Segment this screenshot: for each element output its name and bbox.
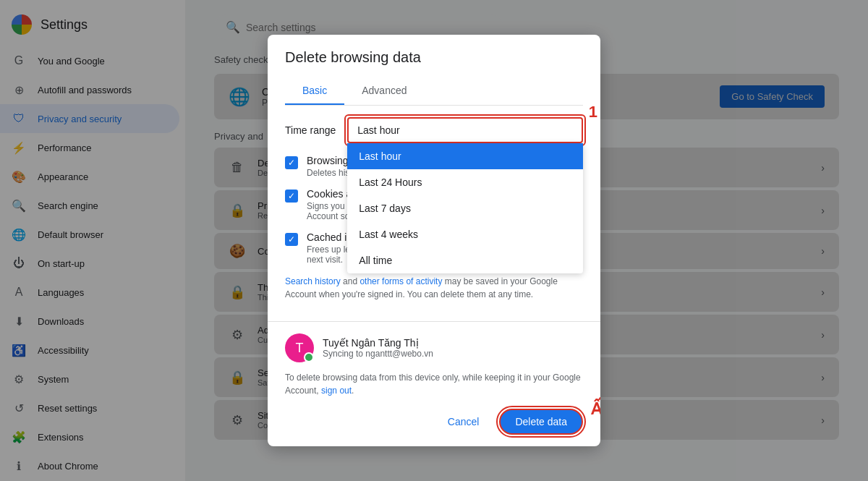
tab-basic[interactable]: Basic (285, 77, 344, 105)
dropdown-item-all-time[interactable]: All time (347, 247, 583, 273)
time-range-label: Time range (285, 124, 336, 136)
avatar-letter: T (296, 341, 304, 356)
dropdown-item-last-24[interactable]: Last 24 Hours (347, 169, 583, 195)
dropdown-item-last-hour[interactable]: Last hour (347, 143, 583, 169)
delete-browsing-data-modal: Delete browsing data Basic Advanced Time… (268, 35, 600, 446)
dropdown-item-last-4w[interactable]: Last 4 weeks (347, 221, 583, 247)
footer-profile: T Tuyết Ngân Tăng Thị Syncing to nganttt… (285, 333, 583, 362)
modal-title: Delete browsing data (285, 49, 583, 66)
profile-name: Tuyết Ngân Tăng Thị (323, 337, 433, 349)
modal-header: Delete browsing data Basic Advanced (268, 35, 600, 106)
modal-tabs: Basic Advanced (285, 77, 583, 106)
checkbox-browsing-history[interactable] (285, 156, 298, 169)
cancel-button[interactable]: Cancel (433, 409, 494, 435)
time-range-select[interactable]: Last hour Last 24 Hours Last 7 days Last… (347, 117, 583, 143)
modal-note: Search history and other forms of activi… (285, 275, 583, 301)
footer-note: To delete browsing data from this device… (285, 371, 583, 397)
time-range-dropdown: Last hour Last 24 Hours Last 7 days Last… (347, 143, 583, 273)
annotation-2-text: Ấn nút (591, 400, 600, 419)
other-forms-link[interactable]: other forms of activity (359, 276, 442, 286)
search-history-link[interactable]: Search history (285, 276, 341, 286)
modal-footer: T Tuyết Ngân Tăng Thị Syncing to nganttt… (268, 321, 600, 446)
annotation-2: Ấn nút 2 (591, 400, 600, 442)
checkbox-cached[interactable] (285, 233, 298, 246)
time-range-select-wrapper: 1 Last hour Last 24 Hours Last 7 days La… (347, 117, 583, 143)
sign-out-link[interactable]: sign out (321, 386, 352, 396)
profile-email: Syncing to nganttt@webo.vn (323, 349, 433, 359)
modal-overlay: Delete browsing data Basic Advanced Time… (0, 0, 868, 481)
footer-buttons: Cancel Delete data Ấn nút 2 (285, 409, 583, 435)
time-range-row: Time range 1 Last hour Last 24 Hours Las… (285, 117, 583, 143)
avatar: T (285, 333, 314, 362)
checkbox-cookies[interactable] (285, 190, 298, 203)
dropdown-item-last-7[interactable]: Last 7 days (347, 195, 583, 221)
annotation-1-number: 1 (589, 106, 597, 122)
delete-data-button[interactable]: Delete data (499, 409, 583, 435)
modal-body: Time range 1 Last hour Last 24 Hours Las… (268, 106, 600, 321)
avatar-sync-indicator (304, 352, 314, 362)
tab-advanced[interactable]: Advanced (344, 77, 424, 105)
